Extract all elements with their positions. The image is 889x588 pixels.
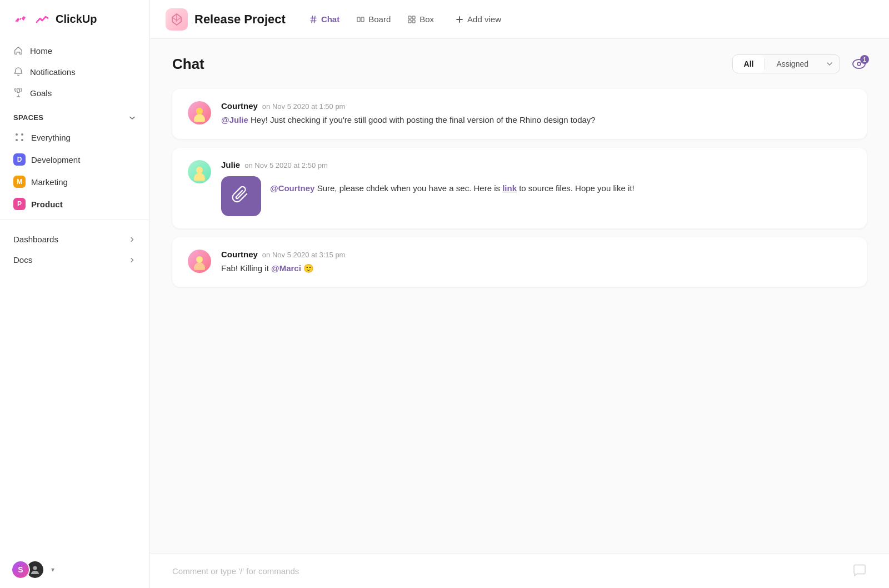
message-3-time: on Nov 5 2020 at 3:15 pm bbox=[262, 251, 346, 259]
view-tab-box-label: Box bbox=[419, 14, 434, 24]
home-icon bbox=[13, 46, 23, 56]
view-tab-chat[interactable]: Chat bbox=[301, 11, 347, 27]
main-content: Release Project Chat Board bbox=[150, 0, 889, 588]
message-2-link[interactable]: link bbox=[502, 183, 517, 193]
message-2-mention: @Courtney bbox=[270, 183, 314, 193]
watch-icon-wrapper[interactable]: 1 bbox=[851, 57, 867, 71]
message-2: Julie on Nov 5 2020 at 2:50 pm @Courtney… bbox=[172, 148, 867, 228]
spaces-list: Everything D Development M Marketing P P… bbox=[0, 126, 149, 215]
docs-chevron-icon bbox=[128, 256, 136, 264]
spaces-chevron-icon[interactable] bbox=[128, 114, 136, 122]
sidebar-item-marketing[interactable]: M Marketing bbox=[7, 171, 143, 193]
message-2-time: on Nov 5 2020 at 2:50 pm bbox=[244, 161, 328, 170]
marketing-badge: M bbox=[13, 176, 26, 188]
svg-point-2 bbox=[21, 133, 23, 136]
comment-bar[interactable]: Comment or type '/' for commands bbox=[150, 553, 889, 588]
svg-point-1 bbox=[16, 133, 18, 136]
svg-point-3 bbox=[16, 139, 18, 141]
add-view-button[interactable]: Add view bbox=[447, 11, 509, 27]
add-view-label: Add view bbox=[467, 14, 501, 24]
project-title: Release Project bbox=[194, 12, 286, 27]
message-1-header: Courtney on Nov 5 2020 at 1:50 pm bbox=[221, 101, 851, 111]
paperclip-icon bbox=[231, 186, 251, 206]
project-icon-wrapper bbox=[166, 8, 188, 31]
dashboards-chevron-icon bbox=[128, 236, 136, 243]
message-3-mention: @Marci bbox=[271, 263, 301, 273]
svg-point-19 bbox=[196, 256, 203, 263]
spaces-header: Spaces bbox=[0, 106, 149, 126]
sidebar-divider bbox=[0, 220, 149, 220]
sidebar-item-home[interactable]: Home bbox=[7, 40, 143, 61]
message-1: Courtney on Nov 5 2020 at 1:50 pm @Julie… bbox=[172, 89, 867, 139]
view-tab-board-label: Board bbox=[368, 14, 391, 24]
user-avatar-group[interactable]: S bbox=[11, 560, 44, 579]
svg-rect-7 bbox=[361, 17, 364, 22]
topbar: Release Project Chat Board bbox=[150, 0, 889, 39]
message-3-prefix: Fab! Killing it bbox=[221, 263, 271, 273]
svg-point-4 bbox=[21, 139, 23, 141]
svg-point-20 bbox=[194, 262, 205, 270]
message-3-body: Courtney on Nov 5 2020 at 3:15 pm Fab! K… bbox=[221, 250, 851, 275]
svg-point-13 bbox=[857, 62, 861, 66]
sidebar-item-docs[interactable]: Docs bbox=[7, 250, 143, 270]
sidebar-item-product[interactable]: P Product bbox=[7, 193, 143, 215]
sidebar-item-development-label: Development bbox=[31, 155, 80, 165]
avatar-courtney-1 bbox=[188, 101, 211, 124]
svg-rect-6 bbox=[357, 17, 360, 22]
message-1-mention: @Julie bbox=[221, 115, 248, 124]
svg-point-17 bbox=[196, 167, 203, 173]
sidebar-item-notifications[interactable]: Notifications bbox=[7, 61, 143, 82]
message-1-body-text: Hey! Just checking if you're still good … bbox=[248, 115, 596, 124]
topbar-views: Chat Board Box bbox=[301, 11, 509, 27]
sidebar-item-goals-label: Goals bbox=[30, 88, 52, 98]
message-2-attachment-area: @Courtney Sure, please chdek when you ha… bbox=[221, 176, 851, 216]
avatar-julie bbox=[188, 160, 211, 183]
sidebar-item-development[interactable]: D Development bbox=[7, 148, 143, 171]
clickup-logo-icon bbox=[11, 10, 29, 28]
chat-filter-group: All Assigned bbox=[732, 54, 840, 73]
comment-bubble-icon bbox=[852, 564, 867, 578]
logo-area: ClickUp bbox=[0, 0, 149, 38]
sidebar-item-dashboards[interactable]: Dashboards bbox=[7, 229, 143, 250]
project-info: Release Project bbox=[166, 8, 286, 31]
filter-all-button[interactable]: All bbox=[733, 55, 765, 73]
sidebar-footer: S ▾ bbox=[0, 551, 149, 588]
sidebar: ClickUp Home Notifications Goals Space bbox=[0, 0, 150, 588]
message-1-author: Courtney bbox=[221, 101, 258, 111]
hash-icon bbox=[309, 15, 318, 24]
sidebar-item-goals[interactable]: Goals bbox=[7, 82, 143, 103]
watch-badge: 1 bbox=[860, 55, 869, 64]
footer-chevron-icon[interactable]: ▾ bbox=[51, 566, 54, 574]
message-3: Courtney on Nov 5 2020 at 3:15 pm Fab! K… bbox=[172, 237, 867, 287]
svg-point-16 bbox=[196, 108, 203, 114]
view-tab-box[interactable]: Box bbox=[399, 11, 442, 27]
message-2-body-text: Sure, please chdek when you have a sec. … bbox=[314, 183, 502, 193]
message-1-time: on Nov 5 2020 at 1:50 pm bbox=[262, 102, 346, 111]
spaces-label: Spaces bbox=[13, 113, 43, 122]
svg-point-18 bbox=[194, 173, 205, 181]
filter-dropdown-button[interactable] bbox=[820, 56, 840, 72]
project-icon bbox=[170, 13, 183, 26]
clickup-logo-symbol bbox=[34, 11, 50, 27]
sidebar-item-everything[interactable]: Everything bbox=[7, 126, 143, 148]
plus-icon bbox=[455, 15, 464, 24]
board-icon bbox=[356, 15, 365, 24]
logo-text: ClickUp bbox=[56, 13, 97, 26]
development-badge: D bbox=[13, 153, 26, 166]
sidebar-nav: Home Notifications Goals bbox=[0, 38, 149, 106]
view-tab-chat-label: Chat bbox=[321, 14, 339, 24]
bell-icon bbox=[13, 67, 23, 77]
sidebar-item-marketing-label: Marketing bbox=[31, 177, 68, 187]
message-1-text: @Julie Hey! Just checking if you're stil… bbox=[221, 114, 851, 127]
message-3-text: Fab! Killing it @Marci 🙂 bbox=[221, 262, 851, 275]
message-2-text: @Courtney Sure, please chdek when you ha… bbox=[270, 176, 635, 195]
svg-rect-11 bbox=[412, 20, 415, 23]
chat-header: Chat All Assigned bbox=[150, 39, 889, 82]
box-icon bbox=[407, 15, 416, 24]
sidebar-item-notifications-label: Notifications bbox=[30, 67, 76, 77]
sidebar-item-home-label: Home bbox=[30, 46, 52, 56]
view-tab-board[interactable]: Board bbox=[348, 11, 398, 27]
message-3-author: Courtney bbox=[221, 250, 258, 259]
filter-assigned-button[interactable]: Assigned bbox=[765, 55, 820, 73]
svg-rect-9 bbox=[412, 16, 415, 19]
